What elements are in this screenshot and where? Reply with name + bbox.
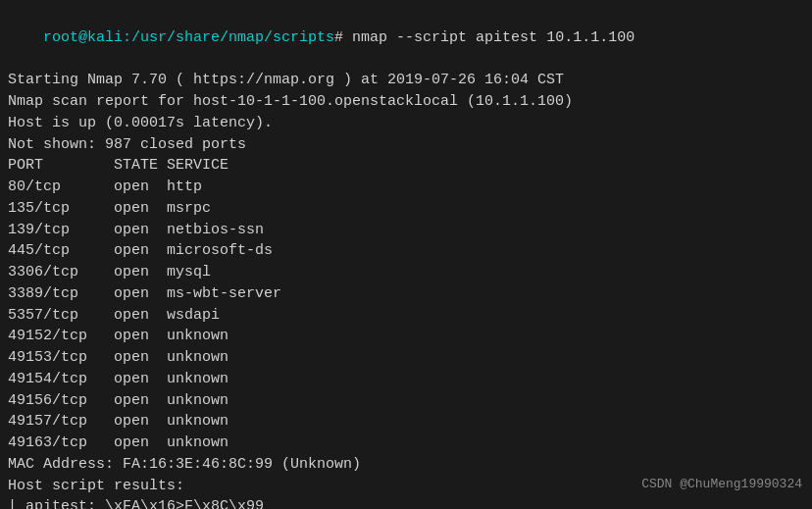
output-line: 80/tcp open http (8, 177, 804, 198)
output-line: MAC Address: FA:16:3E:46:8C:99 (Unknown) (8, 454, 804, 476)
output-line: PORT STATE SERVICE (8, 155, 804, 177)
prompt-separator: :/usr/share/nmap/scripts (123, 29, 334, 46)
prompt-line: root@kali:/usr/share/nmap/scripts# nmap … (8, 6, 804, 70)
output-line: 49152/tcp open unknown (8, 326, 804, 347)
output-line: 445/tcp open microsoft-ds (8, 240, 804, 262)
output-line: 49163/tcp open unknown (8, 433, 804, 454)
prompt-path: root@kali (43, 29, 123, 46)
prompt-command: nmap --script apitest 10.1.1.100 (343, 29, 634, 46)
output-line: Not shown: 987 closed ports (8, 134, 804, 156)
output-line: 5357/tcp open wsdapi (8, 305, 804, 327)
prompt-hash: # (334, 29, 343, 46)
watermark: CSDN @ChuMeng19990324 (641, 477, 802, 491)
output-line: 135/tcp open msrpc (8, 198, 804, 220)
output-line: 49153/tcp open unknown (8, 347, 804, 369)
output-line: 3389/tcp open ms-wbt-server (8, 283, 804, 305)
output-lines: Starting Nmap 7.70 ( https://nmap.org ) … (8, 70, 804, 509)
output-line: Starting Nmap 7.70 ( https://nmap.org ) … (8, 70, 804, 91)
terminal-window: root@kali:/usr/share/nmap/scripts# nmap … (0, 0, 812, 509)
output-line: Host is up (0.00017s latency). (8, 113, 804, 134)
output-line: 3306/tcp open mysql (8, 262, 804, 283)
output-line: |_apitest: \xFA\x16>F\x8C\x99 (8, 496, 804, 509)
output-line: Nmap scan report for host-10-1-1-100.ope… (8, 91, 804, 113)
output-line: 139/tcp open netbios-ssn (8, 220, 804, 241)
output-line: 49156/tcp open unknown (8, 390, 804, 412)
output-line: 49157/tcp open unknown (8, 411, 804, 433)
output-line: 49154/tcp open unknown (8, 369, 804, 390)
